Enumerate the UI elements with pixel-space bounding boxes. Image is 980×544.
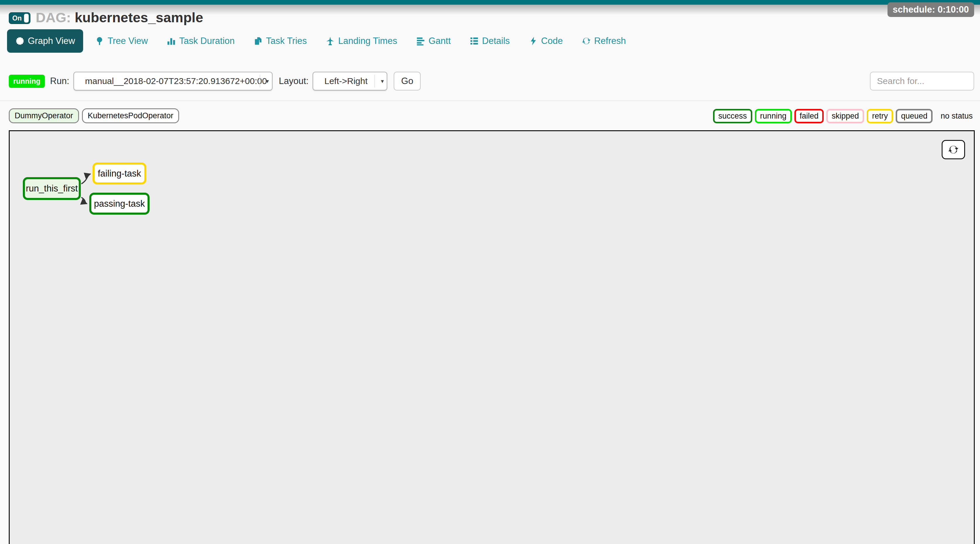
tab-label: Refresh <box>594 36 626 46</box>
dag-on-off-toggle[interactable]: On <box>9 12 30 24</box>
run-select[interactable]: manual__2018-02-07T23:57:20.913672+00:00… <box>73 72 272 91</box>
tab-code[interactable]: Code <box>529 36 563 46</box>
state-legend-badge: running <box>755 109 792 123</box>
align-left-icon <box>416 36 425 46</box>
tree-icon <box>95 36 104 46</box>
airflow-dag-page: schedule: 0:10:00 On DAG: kubernetes_sam… <box>0 0 980 544</box>
dag-graph-canvas[interactable]: run_this_first failing-task passing-task <box>9 130 975 544</box>
layout-select[interactable]: Left->Right ▾ <box>313 72 387 91</box>
edge-run-this-first-to-failing-task <box>81 174 91 184</box>
layout-select-value: Left->Right <box>325 76 368 86</box>
tab-landing-times[interactable]: Landing Times <box>326 36 397 46</box>
run-label: Run: <box>50 76 69 86</box>
tab-label: Task Tries <box>266 36 307 46</box>
schedule-badge: schedule: 0:10:00 <box>888 2 974 17</box>
top-nav-bar <box>0 0 980 5</box>
tab-tree-view[interactable]: Tree View <box>95 36 148 46</box>
select-divider <box>259 75 260 87</box>
copies-icon <box>253 36 263 46</box>
run-select-value: manual__2018-02-07T23:57:20.913672+00:00 <box>85 76 267 86</box>
tab-gantt[interactable]: Gantt <box>416 36 451 46</box>
tab-task-duration[interactable]: Task Duration <box>167 36 235 46</box>
operator-badge: DummyOperator <box>9 108 79 123</box>
dag-run-state-badge: running <box>9 75 45 88</box>
tab-label: Landing Times <box>338 36 397 46</box>
state-legend-badge: failed <box>794 109 824 123</box>
task-node-run-this-first[interactable]: run_this_first <box>23 177 81 200</box>
divider <box>0 100 980 101</box>
view-tabs: Graph View Tree View Task Duration Task … <box>7 29 644 53</box>
tab-label: Gantt <box>428 36 451 46</box>
page-title: DAG: kubernetes_sample <box>36 10 203 25</box>
tab-label: Task Duration <box>179 36 235 46</box>
state-legend-badge: no status <box>935 109 975 123</box>
go-button[interactable]: Go <box>394 72 421 91</box>
graph-refresh-button[interactable] <box>942 140 965 159</box>
tab-task-tries[interactable]: Task Tries <box>253 36 307 46</box>
layout-label: Layout: <box>279 76 309 86</box>
edge-run-this-first-to-passing-task <box>81 197 87 204</box>
task-node-failing-task[interactable]: failing-task <box>92 162 146 185</box>
search-input[interactable] <box>870 72 974 91</box>
operator-legend: DummyOperatorKubernetesPodOperator <box>9 108 179 123</box>
select-divider <box>374 75 375 87</box>
chevron-down-icon: ▾ <box>381 78 384 84</box>
state-legend-badge: skipped <box>826 109 864 123</box>
tab-label: Tree View <box>107 36 148 46</box>
plane-icon <box>326 36 335 46</box>
toggle-handle[interactable] <box>24 14 29 22</box>
state-legend: successrunningfailedskippedretryqueuedno… <box>713 109 975 123</box>
refresh-icon <box>582 36 591 46</box>
state-legend-badge: retry <box>867 109 893 123</box>
state-legend-badge: success <box>713 109 752 123</box>
burst-icon <box>15 36 25 46</box>
dag-prefix-label: DAG: <box>36 10 71 25</box>
toggle-on-label: On <box>12 14 22 22</box>
tab-refresh[interactable]: Refresh <box>582 36 626 46</box>
tab-details[interactable]: Details <box>469 36 510 46</box>
list-icon <box>469 36 479 46</box>
tab-label: Graph View <box>28 36 75 46</box>
chevron-down-icon: ▾ <box>266 78 269 84</box>
task-node-passing-task[interactable]: passing-task <box>89 192 150 215</box>
tab-label: Code <box>541 36 563 46</box>
run-toolbar: running Run: manual__2018-02-07T23:57:20… <box>9 72 421 91</box>
bar-chart-icon <box>167 36 176 46</box>
tab-graph-view[interactable]: Graph View <box>7 29 83 53</box>
bolt-icon <box>529 36 538 46</box>
state-legend-badge: queued <box>896 109 932 123</box>
tab-label: Details <box>482 36 510 46</box>
dag-name: kubernetes_sample <box>75 10 203 25</box>
operator-badge: KubernetesPodOperator <box>82 108 180 123</box>
refresh-icon <box>948 144 959 155</box>
